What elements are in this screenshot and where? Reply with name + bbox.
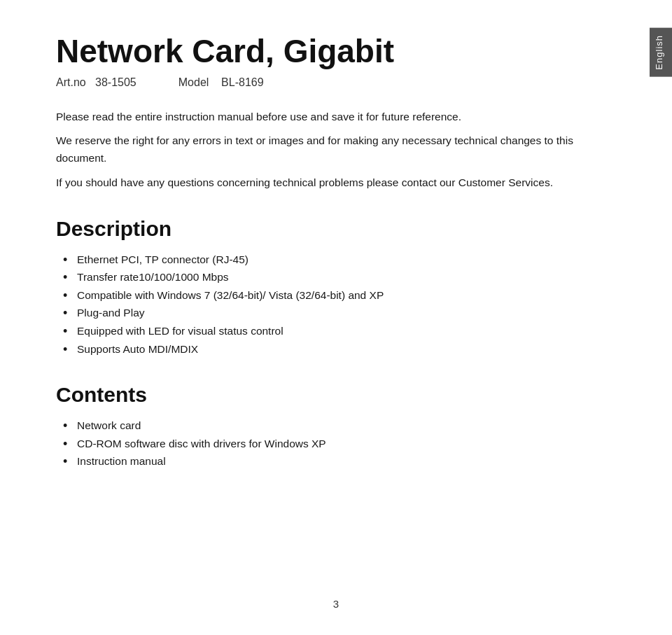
art-no: Art.no 38-1505 [56,76,136,89]
model-label: Model [178,76,209,88]
intro-paragraph-1: Please read the entire instruction manua… [56,109,616,126]
art-no-value: 38-1505 [95,76,136,88]
intro-paragraph-2: We reserve the right for any errors in t… [56,132,616,167]
contents-list-item: Network card [62,417,616,435]
description-title: Description [56,217,616,241]
page-title: Network Card, Gigabit [56,34,616,69]
description-list-item: Supports Auto MDI/MDIX [62,340,616,358]
art-no-label: Art.no [56,76,86,88]
description-list-item: Compatible with Windows 7 (32/64-bit)/ V… [62,286,616,305]
model-value: BL-8169 [221,76,264,88]
intro-paragraph-3: If you should have any questions concern… [56,174,616,192]
contents-list-item: CD-ROM software disc with drivers for Wi… [62,435,616,453]
description-list-item: Equipped with LED for visual status cont… [62,322,616,340]
contents-list-item: Instruction manual [62,452,616,470]
page-number: 3 [333,598,339,610]
description-list: Ethernet PCI, TP connector (RJ-45)Transf… [62,251,616,358]
sidebar-language-label: English [650,28,672,77]
model: Model BL-8169 [178,76,264,89]
description-list-item: Transfer rate10/100/1000 Mbps [62,268,616,286]
page-container: English Network Card, Gigabit Art.no 38-… [0,0,672,635]
meta-row: Art.no 38-1505 Model BL-8169 [56,76,616,89]
description-list-item: Plug-and Play [62,304,616,322]
contents-list: Network cardCD-ROM software disc with dr… [62,417,616,470]
description-list-item: Ethernet PCI, TP connector (RJ-45) [62,251,616,269]
contents-title: Contents [56,383,616,407]
